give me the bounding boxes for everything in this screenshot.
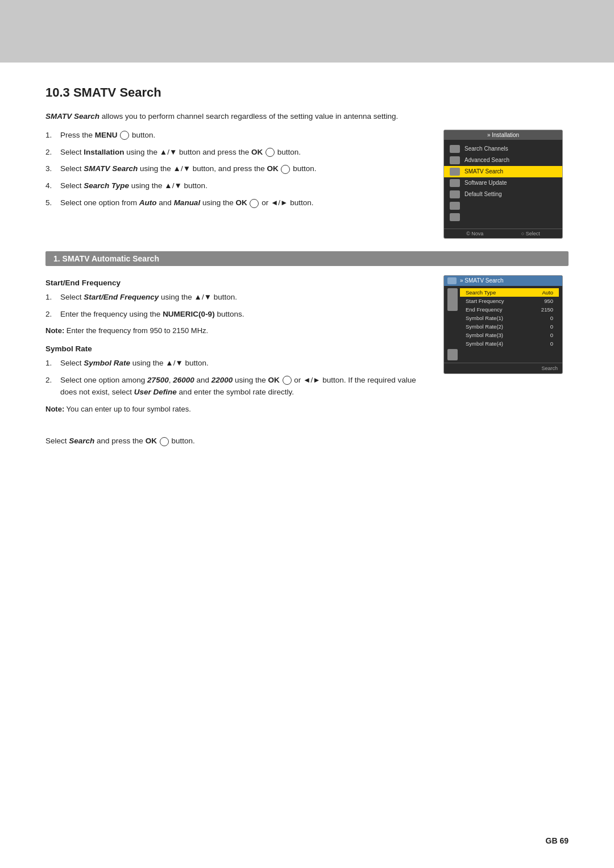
intro-rest: allows you to perform channel search reg… xyxy=(99,112,398,121)
step-3: 3. Select SMATV Search using the ▲/▼ but… xyxy=(45,163,426,175)
steps-list: 1. Press the MENU button. 2. Select Inst… xyxy=(45,130,426,210)
screen1-footer: © Nova ○ Select xyxy=(444,229,562,238)
freq-step-1: 1. Select Start/End Frequency using the … xyxy=(45,292,426,304)
ok-icon-final xyxy=(160,437,169,446)
screen1-menu-blank1 xyxy=(444,200,562,211)
ok-icon-5 xyxy=(250,199,259,208)
screen1-menu-smatv-search: SMATV Search xyxy=(444,166,562,177)
screen1-menu-search-channels: Search Channels xyxy=(444,143,562,155)
section-title: 10.3 SMATV Search xyxy=(45,85,569,100)
screen1-icon-1 xyxy=(450,145,460,153)
freq-step-2: 2. Enter the frequency using the NUMERIC… xyxy=(45,309,426,321)
screen1-icon-3 xyxy=(450,168,460,176)
menu-icon xyxy=(120,131,129,140)
screen1-icon-4 xyxy=(450,179,460,187)
screenshot-1-box: » Installation Search Channels Advanced … xyxy=(443,130,563,239)
screen2-row-start-freq: Start Frequency 950 xyxy=(460,297,559,305)
screen1-icon-6 xyxy=(450,202,460,210)
step-2: 2. Select Installation using the ▲/▼ but… xyxy=(45,147,426,159)
screen1-icon-2 xyxy=(450,156,460,164)
screen1-menu-blank2 xyxy=(444,211,562,223)
ok-icon-sym xyxy=(283,376,292,385)
intro-bold: SMATV Search xyxy=(45,112,99,121)
screenshot-2-column: » SMATV Search Search Type Auto Start Fr… xyxy=(443,275,569,374)
subheading-start-end-freq: Start/End Frequency xyxy=(45,279,426,287)
page-number: GB 69 xyxy=(546,836,569,845)
step-4: 4. Select Search Type using the ▲/▼ butt… xyxy=(45,180,426,192)
screen1-menu-advanced-search: Advanced Search xyxy=(444,155,562,166)
symbol-step-1: 1. Select Symbol Rate using the ▲/▼ butt… xyxy=(45,358,426,369)
subsection1-steps-col: Start/End Frequency 1. Select Start/End … xyxy=(45,275,426,423)
screen1-menu-software-update: Software Update xyxy=(444,177,562,189)
screen2-side-icon xyxy=(447,288,458,311)
screen2-row-end-freq: End Frequency 2150 xyxy=(460,305,559,314)
screen2-titlebar: » SMATV Search xyxy=(444,276,562,286)
ok-icon-3 xyxy=(281,165,290,174)
screenshot-1-column: » Installation Search Channels Advanced … xyxy=(443,130,569,239)
symbol-steps-list: 1. Select Symbol Rate using the ▲/▼ butt… xyxy=(45,358,426,398)
screenshot-2-box: » SMATV Search Search Type Auto Start Fr… xyxy=(443,275,563,374)
screen1-icon-5 xyxy=(450,190,460,198)
note-symbol-rate: Note: You can enter up to four symbol ra… xyxy=(45,404,426,415)
final-note: Select Search and press the OK button. xyxy=(45,435,569,447)
step-1: 1. Press the MENU button. xyxy=(45,130,426,142)
screen2-body: Search Type Auto Start Frequency 950 End… xyxy=(460,288,559,348)
screen1-menu-default-setting: Default Setting xyxy=(444,189,562,200)
screen1-footer-left: © Nova xyxy=(466,231,483,236)
note-frequency: Note: Enter the frequency from 950 to 21… xyxy=(45,325,426,337)
freq-steps-list: 1. Select Start/End Frequency using the … xyxy=(45,292,426,321)
screen2-rows-container: Search Type Auto Start Frequency 950 End… xyxy=(460,288,559,348)
symbol-step-2: 2. Select one option among 27500, 26000 … xyxy=(45,375,426,398)
screen1-body: Search Channels Advanced Search SMATV Se… xyxy=(444,140,562,226)
subheading-symbol-rate: Symbol Rate xyxy=(45,344,426,353)
ok-icon-2 xyxy=(265,148,275,157)
screen2-row-symbol3: Symbol Rate(3) 0 xyxy=(460,331,559,339)
top-banner xyxy=(0,0,614,63)
screen2-row-symbol4: Symbol Rate(4) 0 xyxy=(460,339,559,348)
screen2-row-search-type: Search Type Auto xyxy=(460,288,559,297)
subsection1-header: 1. SMATV Automatic Search xyxy=(45,251,569,266)
steps-column: 1. Press the MENU button. 2. Select Inst… xyxy=(45,130,426,215)
main-content-area: 1. Press the MENU button. 2. Select Inst… xyxy=(45,130,569,239)
screen2-footer-search: Search xyxy=(541,366,558,371)
screen2-row-symbol1: Symbol Rate(1) 0 xyxy=(460,314,559,322)
subsection1-content: Start/End Frequency 1. Select Start/End … xyxy=(45,275,569,423)
screen2-titlebar-text: » SMATV Search xyxy=(460,277,504,284)
screen2-bottom-row xyxy=(444,349,562,363)
screen1-icon-7 xyxy=(450,213,460,221)
screen2-title-icon xyxy=(447,277,457,284)
step-5: 5. Select one option from Auto and Manua… xyxy=(45,197,426,209)
screen1-titlebar: » Installation xyxy=(444,130,562,140)
screen1-footer-right: ○ Select xyxy=(521,231,540,236)
screen2-icon-row: Search Type Auto Start Frequency 950 End… xyxy=(444,286,562,348)
screen2-row-symbol2: Symbol Rate(2) 0 xyxy=(460,322,559,331)
screen2-bottom-icon xyxy=(447,349,458,360)
intro-paragraph: SMATV Search allows you to perform chann… xyxy=(45,110,569,123)
screen2-footer: Search xyxy=(444,363,562,373)
